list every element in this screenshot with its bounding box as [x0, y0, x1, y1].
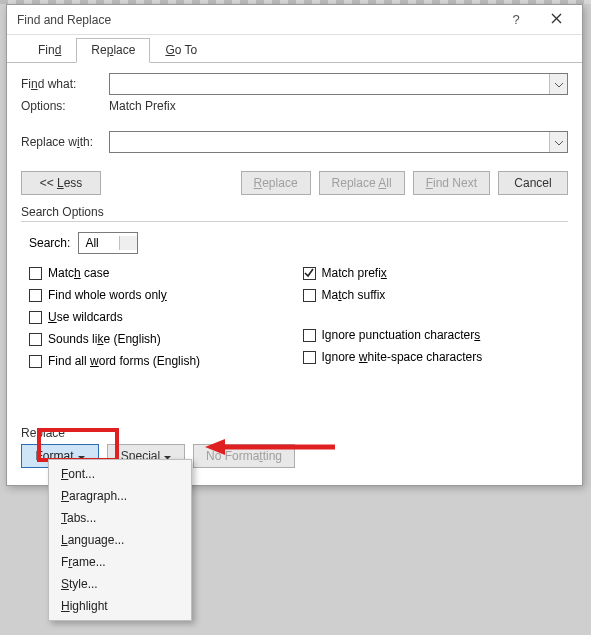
replace-section-title: Replace	[21, 426, 568, 440]
less-button[interactable]: << Less	[21, 171, 101, 195]
match-suffix-label: Match suffix	[322, 288, 386, 302]
cancel-button[interactable]: Cancel	[498, 171, 568, 195]
sounds-like-label: Sounds like (English)	[48, 332, 161, 346]
replace-with-dropdown[interactable]	[549, 132, 567, 152]
search-options: Search: All Match case Find wh	[21, 221, 568, 370]
ignore-white-checkbox[interactable]	[303, 351, 316, 364]
menu-item-paragraph[interactable]: Paragraph...	[49, 485, 191, 507]
replace-button[interactable]: Replace	[241, 171, 311, 195]
sounds-like-checkbox[interactable]	[29, 333, 42, 346]
close-button[interactable]	[536, 6, 576, 34]
menu-item-frame[interactable]: Frame...	[49, 551, 191, 573]
help-button[interactable]: ?	[496, 6, 536, 34]
word-forms-checkbox[interactable]	[29, 355, 42, 368]
whole-words-label: Find whole words only	[48, 288, 167, 302]
chevron-down-icon	[555, 135, 563, 149]
find-what-dropdown[interactable]	[549, 74, 567, 94]
menu-item-style[interactable]: Style...	[49, 573, 191, 595]
whole-words-checkbox[interactable]	[29, 289, 42, 302]
ignore-punct-checkbox[interactable]	[303, 329, 316, 342]
word-forms-label: Find all word forms (English)	[48, 354, 200, 368]
format-dropdown-menu: Font... Paragraph... Tabs... Language...…	[48, 459, 192, 621]
search-direction-label: Search:	[29, 236, 70, 250]
menu-item-font[interactable]: Font...	[49, 463, 191, 485]
dialog-body: Find what: Options: Match Prefix Replace…	[7, 63, 582, 476]
tab-bar: Find Replace Go To	[7, 37, 582, 63]
find-what-input[interactable]	[110, 74, 549, 94]
no-formatting-button[interactable]: No Formatting	[193, 444, 295, 468]
use-wildcards-checkbox[interactable]	[29, 311, 42, 324]
menu-item-tabs[interactable]: Tabs...	[49, 507, 191, 529]
replace-with-input[interactable]	[110, 132, 549, 152]
find-what-field[interactable]	[109, 73, 568, 95]
tab-find[interactable]: Find	[23, 38, 76, 63]
replace-with-field[interactable]	[109, 131, 568, 153]
ignore-white-label: Ignore white-space characters	[322, 350, 483, 364]
find-replace-dialog: Find and Replace ? Find Replace Go To Fi…	[6, 4, 583, 486]
match-suffix-checkbox[interactable]	[303, 289, 316, 302]
use-wildcards-label: Use wildcards	[48, 310, 123, 324]
menu-item-highlight[interactable]: Highlight	[49, 595, 191, 617]
match-case-label: Match case	[48, 266, 109, 280]
tab-replace[interactable]: Replace	[76, 38, 150, 63]
options-value: Match Prefix	[109, 99, 176, 113]
find-what-label: Find what:	[21, 77, 109, 91]
titlebar[interactable]: Find and Replace ?	[7, 5, 582, 35]
ignore-punct-label: Ignore punctuation characters	[322, 328, 481, 342]
match-prefix-checkbox[interactable]	[303, 267, 316, 280]
search-direction-select[interactable]: All	[78, 232, 138, 254]
replace-all-button[interactable]: Replace All	[319, 171, 405, 195]
replace-with-label: Replace with:	[21, 135, 109, 149]
match-case-checkbox[interactable]	[29, 267, 42, 280]
options-label: Options:	[21, 99, 109, 113]
find-next-button[interactable]: Find Next	[413, 171, 490, 195]
search-direction-value: All	[79, 236, 119, 250]
search-options-title: Search Options	[21, 205, 568, 219]
close-icon	[551, 12, 562, 27]
tab-goto[interactable]: Go To	[150, 38, 212, 63]
dialog-title: Find and Replace	[17, 13, 496, 27]
chevron-down-icon	[555, 77, 563, 91]
match-prefix-label: Match prefix	[322, 266, 387, 280]
menu-item-language[interactable]: Language...	[49, 529, 191, 551]
search-direction-dropbtn[interactable]	[119, 236, 137, 250]
